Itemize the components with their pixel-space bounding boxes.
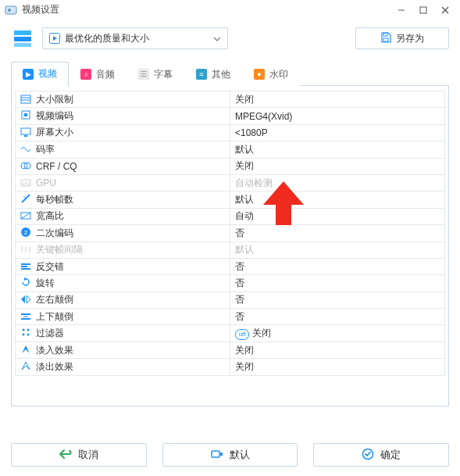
content: ▶ 视频 ♪ 音频 ☰ 字幕 ≡ 其他 ● 水印 大小限制关闭视频编码MPEG4… <box>0 58 460 406</box>
table-row[interactable]: 过滤器off关闭 <box>16 325 445 342</box>
save-as-label: 另存为 <box>396 32 424 45</box>
property-value-cell[interactable]: 否 <box>230 258 445 274</box>
tab-label: 其他 <box>212 68 230 81</box>
check-circle-icon <box>362 448 374 463</box>
table-row[interactable]: 反交错否 <box>16 258 445 274</box>
property-name-cell: CRF / CQ <box>16 158 230 174</box>
property-value-cell[interactable]: 默认 <box>230 242 445 258</box>
size-limit-icon <box>20 94 31 105</box>
property-value-cell[interactable]: <1080P <box>230 124 445 141</box>
table-row[interactable]: 关键帧间隔默认 <box>16 242 445 258</box>
svg-point-43 <box>23 329 25 331</box>
svg-rect-7 <box>14 37 31 41</box>
table-row[interactable]: 旋转否 <box>16 275 445 292</box>
property-value-cell[interactable]: 关闭 <box>230 158 445 174</box>
tab-watermark[interactable]: ● 水印 <box>242 62 300 86</box>
property-value: 否 <box>235 261 244 272</box>
property-name: 码率 <box>36 144 55 155</box>
fadein-icon <box>20 344 31 355</box>
table-row[interactable]: 视频编码MPEG4(Xvid) <box>16 108 445 124</box>
svg-rect-19 <box>21 128 30 134</box>
tab-subtitle[interactable]: ☰ 字幕 <box>127 62 184 86</box>
property-value: 否 <box>235 311 244 322</box>
property-name: 反交错 <box>36 261 64 272</box>
property-name: 上下颠倒 <box>36 311 73 322</box>
table-row[interactable]: 每秒帧数默认 <box>16 191 445 208</box>
property-name: GPU <box>36 177 56 188</box>
property-value-cell[interactable]: 自动检测 <box>230 174 445 191</box>
table-row[interactable]: 屏幕大小<1080P <box>16 124 445 141</box>
property-value-cell[interactable]: 关闭 <box>230 91 445 108</box>
property-value-cell[interactable]: off关闭 <box>230 325 445 342</box>
table-row[interactable]: 码率默认 <box>16 141 445 158</box>
property-name: 旋转 <box>36 277 55 288</box>
property-value-cell[interactable]: 关闭 <box>230 359 445 375</box>
property-value-cell[interactable]: 关闭 <box>230 342 445 358</box>
property-name: 关键帧间隔 <box>36 244 83 255</box>
svg-point-1 <box>8 9 11 12</box>
property-value-cell[interactable]: MPEG4(Xvid) <box>230 108 445 124</box>
table-row[interactable]: 上下颠倒否 <box>16 309 445 325</box>
audio-tab-icon: ♪ <box>80 69 91 80</box>
property-name: 淡出效果 <box>36 361 73 372</box>
table-row[interactable]: 左右颠倒否 <box>16 292 445 308</box>
property-value: 关闭 <box>235 160 254 171</box>
screen-size-icon <box>20 127 31 138</box>
table-row[interactable]: CRF / CQ关闭 <box>16 158 445 174</box>
property-name-cell: 屏幕大小 <box>16 124 230 141</box>
property-value: 关闭 <box>252 327 271 338</box>
svg-marker-47 <box>22 345 30 353</box>
minimize-button[interactable] <box>391 2 412 18</box>
tab-other[interactable]: ≡ 其他 <box>184 62 242 86</box>
property-value-cell[interactable]: 否 <box>230 275 445 292</box>
property-name: 每秒帧数 <box>36 194 73 205</box>
table-row[interactable]: 大小限制关闭 <box>16 91 445 108</box>
property-value: 否 <box>235 277 244 288</box>
save-as-button[interactable]: 另存为 <box>355 27 449 49</box>
table-row[interactable]: 宽高比自动 <box>16 208 445 224</box>
property-value-cell[interactable]: 默认 <box>230 141 445 158</box>
property-value-cell[interactable]: 否 <box>230 292 445 308</box>
svg-point-45 <box>23 334 25 336</box>
close-button[interactable] <box>435 2 455 18</box>
cancel-button[interactable]: 取消 <box>11 443 147 467</box>
other-tab-icon: ≡ <box>196 69 207 80</box>
property-value: 关闭 <box>235 345 254 356</box>
preset-select[interactable]: 最优化的质量和大小 <box>42 27 228 49</box>
property-value-cell[interactable]: 默认 <box>230 191 445 208</box>
off-pill-icon: off <box>235 329 249 340</box>
svg-marker-38 <box>21 295 25 303</box>
default-label: 默认 <box>230 448 250 462</box>
property-name: 大小限制 <box>36 94 73 105</box>
back-arrow-icon <box>59 449 72 462</box>
default-button[interactable]: 默认 <box>162 443 298 467</box>
crf-icon <box>20 160 31 171</box>
svg-text:GPU: GPU <box>22 181 30 186</box>
maximize-button[interactable] <box>413 2 433 18</box>
svg-line-26 <box>23 196 25 198</box>
property-value: 否 <box>235 227 244 238</box>
fps-icon <box>20 193 31 204</box>
table-row[interactable]: GPUGPU自动检测 <box>16 174 445 191</box>
property-value-cell[interactable]: 否 <box>230 309 445 325</box>
video-panel: 大小限制关闭视频编码MPEG4(Xvid)屏幕大小<1080P码率默认CRF /… <box>11 86 449 406</box>
property-name-cell: GPUGPU <box>16 174 230 191</box>
titlebar: 视频设置 <box>0 0 460 20</box>
table-row[interactable]: 2二次编码否 <box>16 225 445 242</box>
property-name-cell: 宽高比 <box>16 208 230 224</box>
property-value-cell[interactable]: 否 <box>230 225 445 242</box>
property-value-cell[interactable]: 自动 <box>230 208 445 224</box>
tab-label: 音频 <box>96 68 115 81</box>
tab-video[interactable]: ▶ 视频 <box>11 62 69 86</box>
svg-rect-14 <box>21 95 30 103</box>
table-row[interactable]: 淡入效果关闭 <box>16 342 445 358</box>
svg-rect-12 <box>383 38 388 41</box>
property-name-cell: 2二次编码 <box>16 225 230 242</box>
ok-button[interactable]: 确定 <box>313 443 449 467</box>
property-value: MPEG4(Xvid) <box>235 111 292 122</box>
table-row[interactable]: 淡出效果关闭 <box>16 359 445 375</box>
tab-audio[interactable]: ♪ 音频 <box>69 62 127 86</box>
play-preset-icon <box>49 33 60 44</box>
filter-icon <box>20 327 31 338</box>
video-tab-icon: ▶ <box>23 69 34 80</box>
